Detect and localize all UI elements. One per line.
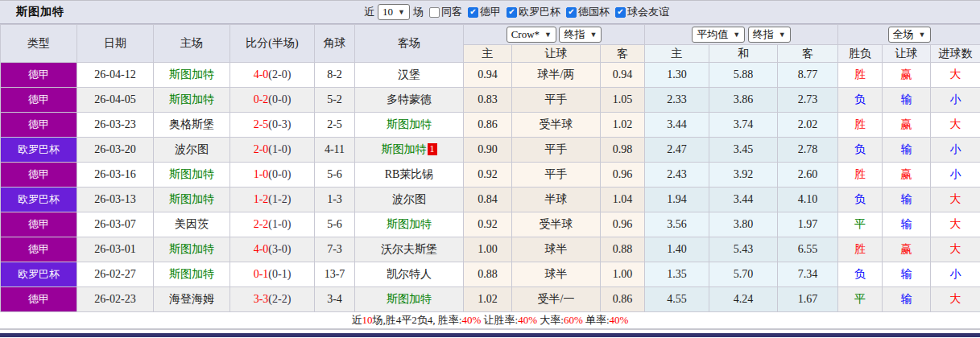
league-type-cell: 德甲 xyxy=(1,63,77,88)
halftime-score: (0-3) xyxy=(268,118,291,130)
eu-home-odds: 1.30 xyxy=(645,63,709,88)
ah-line-cell: 球半 xyxy=(512,262,601,287)
ah-away-odds: 1.05 xyxy=(601,88,645,113)
checkbox-checked-icon[interactable]: ✔ xyxy=(507,7,517,18)
bottom-divider-bar xyxy=(0,333,980,337)
table-row: 德甲26-03-23奥格斯堡2-5(0-3)2-5斯图加特0.86受半球1.02… xyxy=(1,113,980,138)
result-wdl-cell: 平 xyxy=(838,212,883,237)
chevron-down-icon: ▼ xyxy=(398,8,405,16)
result-goals-cell: 小 xyxy=(931,88,980,113)
halftime-score: (0-1) xyxy=(268,268,291,280)
date-cell: 26-02-23 xyxy=(77,287,154,312)
away-team-cell: 斯图加特 xyxy=(355,113,464,138)
league-filter[interactable]: ✔欧罗巴杯 xyxy=(501,5,560,19)
eu-home-odds: 3.44 xyxy=(645,113,709,138)
result-group-header: 全场▼ xyxy=(838,25,980,45)
eu-away-odds: 6.55 xyxy=(778,237,838,262)
filter-label: 同客 xyxy=(441,5,462,19)
table-header-bar: 斯图加特 近 10 ▼ 场 同客✔德甲✔欧罗巴杯✔德国杯✔球会友谊 xyxy=(0,1,980,24)
ah-source-select[interactable]: Crow*▼ xyxy=(507,27,556,43)
ah-source-value: Crow* xyxy=(511,28,540,41)
col-header-result-wdl: 胜负 xyxy=(838,45,883,63)
ah-home-odds: 0.92 xyxy=(464,163,512,188)
result-handicap-cell: 输 xyxy=(883,138,931,163)
table-row: 欧罗巴杯26-03-20波尔图2-0(1-0)4-11斯图加特10.90平手0.… xyxy=(1,138,980,163)
eu-draw-odds: 3.44 xyxy=(709,188,778,212)
eu-draw-odds: 5.70 xyxy=(709,262,778,287)
ah-line-cell: 平手 xyxy=(512,163,601,188)
halftime-score: (3-0) xyxy=(268,243,291,255)
league-filter[interactable]: ✔球会友谊 xyxy=(610,5,669,19)
result-handicap-cell: 输 xyxy=(883,212,931,237)
summary-segment: 40% xyxy=(461,314,481,326)
result-goals-cell: 大 xyxy=(931,63,980,88)
chevron-down-icon: ▼ xyxy=(779,31,786,39)
date-cell: 26-04-05 xyxy=(77,88,154,113)
summary-segment: 40% xyxy=(518,314,537,326)
recent-count-select[interactable]: 10 ▼ xyxy=(378,4,410,20)
checkbox-checked-icon[interactable]: ✔ xyxy=(468,7,478,18)
league-filter[interactable]: ✔德国杯 xyxy=(560,5,610,19)
home-team-cell: 斯图加特 xyxy=(154,163,230,188)
summary-segment: 大率: xyxy=(537,314,564,326)
summary-segment: 近 xyxy=(352,314,362,326)
ah-line-cell: 平手 xyxy=(512,88,601,113)
fulltime-score: 2-5 xyxy=(254,118,269,130)
table-row: 德甲26-03-01斯图加特4-0(3-0)7-3沃尔夫斯堡1.00球半0.88… xyxy=(1,237,980,262)
ah-home-odds: 1.02 xyxy=(464,287,512,312)
eu-draw-odds: 3.45 xyxy=(709,138,778,163)
result-wdl-cell: 胜 xyxy=(838,237,883,262)
date-cell: 26-03-07 xyxy=(77,212,154,237)
eu-home-odds: 1.94 xyxy=(645,188,709,212)
corners-cell: 7-3 xyxy=(315,237,355,262)
scope-select[interactable]: 全场▼ xyxy=(888,27,931,43)
home-team-cell: 斯图加特 xyxy=(154,237,230,262)
checkbox-checked-icon[interactable]: ✔ xyxy=(615,7,626,18)
checkbox-checked-icon[interactable]: ✔ xyxy=(566,7,577,18)
ah-home-odds: 0.83 xyxy=(464,88,512,113)
col-header-result-goals: 进球数 xyxy=(931,45,980,63)
result-goals-cell: 大 xyxy=(931,237,980,262)
result-handicap-cell: 输 xyxy=(883,88,931,113)
result-goals-cell: 大 xyxy=(931,212,980,237)
table-row: 德甲26-02-23海登海姆3-3(2-2)3-4斯图加特1.02受半/一0.8… xyxy=(1,287,980,312)
halftime-score: (2-2) xyxy=(268,293,291,305)
summary-bar: 近10场,胜4平2负4, 胜率:40% 让胜率:40% 大率:60% 单率:40… xyxy=(0,312,980,330)
result-handicap-cell: 赢 xyxy=(883,63,931,88)
fulltime-score: 1-0 xyxy=(254,168,269,180)
result-goals-cell: 小 xyxy=(931,138,980,163)
eu-source-value: 平均值 xyxy=(697,27,728,42)
home-team-cell: 斯图加特 xyxy=(154,188,230,212)
fulltime-score: 3-3 xyxy=(254,293,269,305)
chevron-down-icon: ▼ xyxy=(544,31,552,39)
eu-away-odds: 2.73 xyxy=(778,88,838,113)
corners-cell: 8-2 xyxy=(315,63,355,88)
eu-source-select[interactable]: 平均值▼ xyxy=(692,27,745,43)
league-filter[interactable]: 同客 xyxy=(424,5,462,19)
result-handicap-cell: 赢 xyxy=(883,163,931,188)
summary-segment: 让胜率: xyxy=(481,314,518,326)
eu-away-odds: 2.78 xyxy=(778,138,838,163)
ah-home-odds: 0.86 xyxy=(464,113,512,138)
ah-line-cell: 平手 xyxy=(512,138,601,163)
league-filter[interactable]: ✔德甲 xyxy=(462,5,501,19)
ah-home-odds: 0.92 xyxy=(464,212,512,237)
eu-draw-odds: 3.92 xyxy=(709,163,778,188)
ah-line-cell: 半球 xyxy=(512,188,601,212)
fulltime-score: 4-0 xyxy=(254,68,269,80)
score-cell: 4-0(3-0) xyxy=(230,237,315,262)
ah-away-odds: 1.02 xyxy=(601,113,645,138)
home-team-cell: 斯图加特 xyxy=(154,88,230,113)
score-cell: 0-2(0-0) xyxy=(230,88,315,113)
ah-close-select[interactable]: 终指▼ xyxy=(559,27,602,43)
checkbox-unchecked-icon[interactable] xyxy=(429,7,440,18)
eu-draw-odds: 3.86 xyxy=(709,88,778,113)
result-wdl-cell: 负 xyxy=(838,188,883,212)
col-header-ah-line: 让球 xyxy=(512,45,601,63)
chevron-down-icon: ▼ xyxy=(919,31,926,39)
chevron-down-icon: ▼ xyxy=(733,31,740,39)
team-title: 斯图加特 xyxy=(16,5,64,19)
eu-close-select[interactable]: 终指▼ xyxy=(748,27,791,43)
eu-home-odds: 4.55 xyxy=(645,287,709,312)
league-type-cell: 欧罗巴杯 xyxy=(1,188,77,212)
